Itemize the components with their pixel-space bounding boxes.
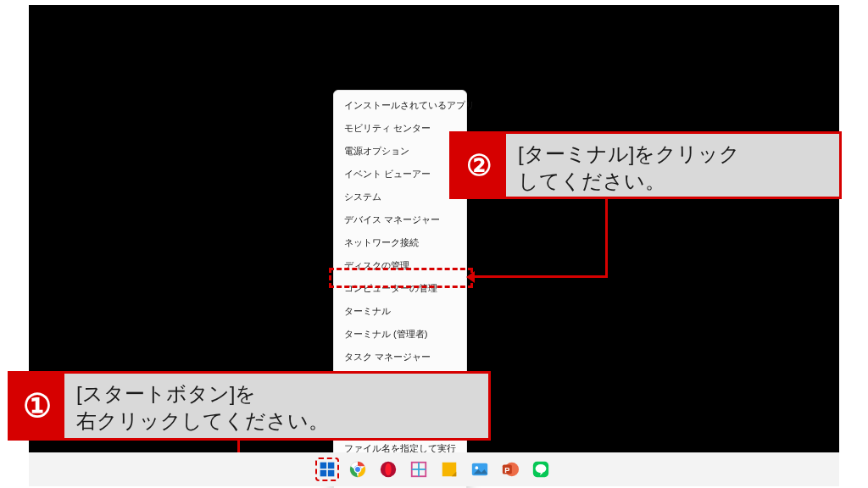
powerpoint-icon: P: [501, 460, 520, 479]
photos-icon: [470, 460, 489, 479]
taskbar-opera[interactable]: [376, 458, 400, 481]
svg-rect-0: [320, 463, 327, 469]
taskbar-notes[interactable]: [437, 458, 461, 481]
taskbar-powerpoint[interactable]: P: [498, 458, 522, 481]
svg-point-8: [385, 463, 391, 476]
connector-2-vertical: [605, 199, 608, 278]
menu-item-mobility-center[interactable]: モビリティ センター: [334, 117, 466, 140]
chrome-icon: [348, 460, 367, 479]
svg-text:P: P: [504, 466, 509, 474]
menu-item-task-manager[interactable]: タスク マネージャー: [334, 346, 466, 369]
menu-item-terminal-admin[interactable]: ターミナル (管理者): [334, 323, 466, 346]
notes-icon: [440, 460, 459, 479]
snip-icon: [409, 460, 428, 479]
menu-item-event-viewer[interactable]: イベント ビューアー: [334, 163, 466, 186]
menu-item-network-connections[interactable]: ネットワーク接続: [334, 231, 466, 254]
menu-item-installed-apps[interactable]: インストールされているアプリ: [334, 94, 466, 117]
callout-1-number: ①: [10, 374, 64, 438]
connector-2-horizontal: [473, 275, 605, 278]
taskbar-line[interactable]: [529, 458, 553, 481]
callout-1: ① [スタートボタン]を 右クリックしてください。: [8, 371, 491, 441]
start-button[interactable]: [315, 458, 339, 481]
svg-rect-2: [320, 470, 327, 477]
callout-1-text: [スタートボタン]を 右クリックしてください。: [64, 374, 488, 438]
svg-point-6: [354, 466, 360, 472]
menu-item-disk-management[interactable]: ディスクの管理: [334, 254, 466, 277]
taskbar: P: [29, 452, 839, 486]
taskbar-photos[interactable]: [468, 458, 492, 481]
menu-item-computer-management[interactable]: コンピューターの管理: [334, 277, 466, 300]
menu-item-system[interactable]: システム: [334, 186, 466, 208]
opera-icon: [379, 460, 398, 479]
svg-rect-3: [328, 470, 335, 477]
line-icon: [531, 460, 550, 479]
connector-2-arrowhead: [466, 271, 475, 283]
screenshot-stage: インストールされているアプリ モビリティ センター 電源オプション イベント ビ…: [0, 0, 868, 488]
callout-2-text: [ターミナル]をクリック してください。: [506, 134, 839, 197]
menu-item-device-manager[interactable]: デバイス マネージャー: [334, 208, 466, 231]
callout-2: ② [ターミナル]をクリック してください。: [449, 131, 842, 199]
menu-item-power-options[interactable]: 電源オプション: [334, 140, 466, 163]
callout-2-number: ②: [452, 134, 506, 197]
svg-point-19: [536, 464, 547, 473]
taskbar-chrome[interactable]: [346, 458, 370, 481]
svg-point-14: [476, 466, 479, 469]
svg-rect-1: [328, 463, 335, 469]
start-icon: [319, 460, 336, 479]
menu-item-terminal[interactable]: ターミナル: [334, 300, 466, 323]
taskbar-snip[interactable]: [407, 458, 431, 481]
